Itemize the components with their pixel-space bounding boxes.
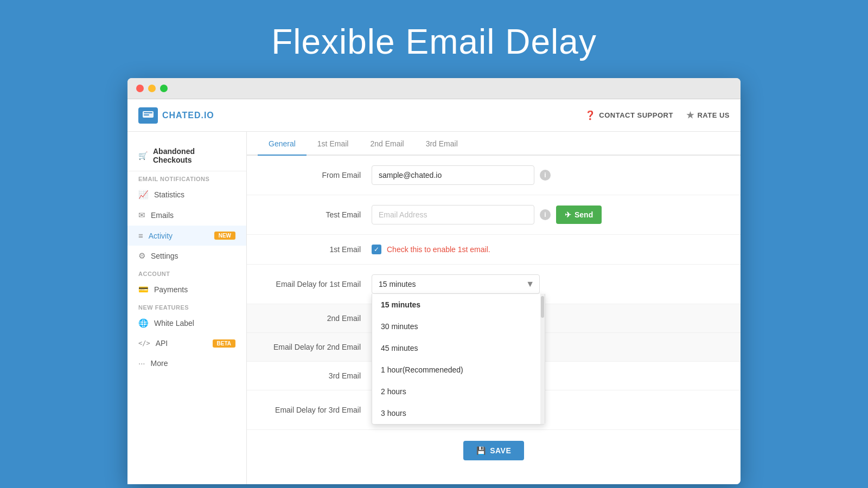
payments-icon: 💳 <box>138 285 149 294</box>
save-icon: 💾 <box>476 446 486 455</box>
more-icon: ··· <box>138 358 145 368</box>
logo-area: CHATED.IO <box>138 107 585 124</box>
first-email-label: 1st Email <box>263 245 372 254</box>
close-button[interactable] <box>136 85 144 92</box>
second-email-label: 2nd Email <box>263 314 372 323</box>
statistics-label: Statistics <box>154 190 184 199</box>
minimize-button[interactable] <box>148 85 156 92</box>
tab-1st-email[interactable]: 1st Email <box>307 132 360 156</box>
contact-support-button[interactable]: ❓ CONTACT SUPPORT <box>585 110 673 120</box>
maximize-button[interactable] <box>160 85 168 92</box>
email-delay-1st-select-wrap: 15 minutes ▼ 15 minutes 30 minutes 45 mi… <box>372 274 540 294</box>
email-delay-3rd-label: Email Delay for 3rd Email <box>263 406 372 414</box>
send-label: Send <box>575 210 593 219</box>
sidebar-item-whitelabel[interactable]: 🌐 White Label <box>127 313 246 333</box>
help-icon: ❓ <box>585 110 596 120</box>
third-email-label: 3rd Email <box>263 371 372 380</box>
test-email-row: Test Email i ✈ Send <box>247 195 741 235</box>
payments-label: Payments <box>154 285 188 294</box>
first-email-field-wrap: ✓ Check this to enable 1st email. <box>372 245 724 254</box>
test-email-label: Test Email <box>263 210 372 219</box>
title-bar <box>127 78 741 99</box>
sidebar-item-activity[interactable]: ≡ Activity New <box>127 226 246 246</box>
email-delay-1st-row: Email Delay for 1st Email 15 minutes ▼ 1… <box>247 265 741 304</box>
whitelabel-label: White Label <box>154 319 194 328</box>
first-email-checkbox[interactable]: ✓ <box>372 245 381 254</box>
from-email-label: From Email <box>263 171 372 179</box>
sidebar-item-settings[interactable]: ⚙ Settings <box>127 246 246 266</box>
sidebar-item-more[interactable]: ··· More <box>127 353 246 373</box>
account-header: Account <box>127 266 246 279</box>
test-email-input[interactable] <box>372 205 534 224</box>
hero-title: Flexible Email Delay <box>0 0 868 78</box>
more-label: More <box>151 359 168 368</box>
settings-icon: ⚙ <box>138 251 145 261</box>
dropdown-option-45min[interactable]: 45 minutes <box>372 337 545 359</box>
whitelabel-icon: 🌐 <box>138 318 149 328</box>
save-label: SAVE <box>490 446 511 455</box>
api-beta-badge: Beta <box>213 339 235 348</box>
tab-bar: General 1st Email 2nd Email 3rd Email <box>247 132 741 156</box>
api-label: API <box>156 339 168 348</box>
email-delay-2nd-label: Email Delay for 2nd Email <box>263 343 372 351</box>
sidebar-item-payments[interactable]: 💳 Payments <box>127 279 246 300</box>
dropdown-option-2hours[interactable]: 2 hours <box>372 381 545 402</box>
svg-rect-1 <box>144 112 152 113</box>
activity-icon: ≡ <box>138 231 143 240</box>
from-email-field-wrap: i <box>372 165 724 185</box>
top-nav: CHATED.IO ❓ CONTACT SUPPORT ★ RATE US <box>127 99 741 132</box>
activity-new-badge: New <box>214 232 235 240</box>
first-email-row: 1st Email ✓ Check this to enable 1st ema… <box>247 235 741 265</box>
email-delay-1st-select[interactable]: 15 minutes <box>372 274 540 294</box>
email-icon: ✉ <box>138 210 145 220</box>
dropdown-option-15min[interactable]: 15 minutes <box>372 294 545 316</box>
abandoned-checkouts-label: Abandoned Checkouts <box>153 147 235 164</box>
rate-us-button[interactable]: ★ RATE US <box>686 110 730 120</box>
content-area: General 1st Email 2nd Email 3rd Email Fr… <box>247 132 741 484</box>
logo-icon <box>138 107 158 124</box>
from-email-row: From Email i <box>247 156 741 195</box>
statistics-icon: 📈 <box>138 190 149 200</box>
email-delay-dropdown-list: 15 minutes 30 minutes 45 minutes 1 hour(… <box>372 294 545 425</box>
dropdown-scroll-thumb <box>541 296 544 318</box>
save-button[interactable]: 💾 SAVE <box>463 441 525 460</box>
tab-2nd-email[interactable]: 2nd Email <box>359 132 414 156</box>
dropdown-scrollbar[interactable] <box>540 294 545 424</box>
send-button[interactable]: ✈ Send <box>556 206 602 224</box>
sidebar-item-api[interactable]: </> API Beta <box>127 333 246 353</box>
sidebar-item-abandoned-checkouts[interactable]: 🛒 Abandoned Checkouts <box>127 140 246 171</box>
emails-label: Emails <box>151 211 174 220</box>
test-email-field-wrap: i ✈ Send <box>372 205 724 224</box>
email-notifications-header: Email Notifications <box>127 171 246 184</box>
sidebar-item-emails[interactable]: ✉ Emails <box>127 205 246 226</box>
first-email-checkbox-wrap: ✓ Check this to enable 1st email. <box>372 245 490 254</box>
from-email-input[interactable] <box>372 165 534 185</box>
dropdown-option-3hours[interactable]: 3 hours <box>372 402 545 424</box>
activity-label: Activity <box>149 232 173 240</box>
test-email-info-icon[interactable]: i <box>540 209 551 220</box>
rate-us-label: RATE US <box>697 111 730 119</box>
api-icon: </> <box>138 339 150 347</box>
settings-label: Settings <box>151 252 178 260</box>
dropdown-option-1hour[interactable]: 1 hour(Recommeneded) <box>372 359 545 381</box>
cart-icon: 🛒 <box>138 151 148 160</box>
star-icon: ★ <box>686 110 694 120</box>
tab-general[interactable]: General <box>258 132 307 156</box>
main-body: 🛒 Abandoned Checkouts Email Notification… <box>127 132 741 484</box>
from-email-info-icon[interactable]: i <box>540 170 551 181</box>
email-delay-1st-label: Email Delay for 1st Email <box>263 280 372 288</box>
save-row: 💾 SAVE <box>247 430 741 471</box>
nav-actions: ❓ CONTACT SUPPORT ★ RATE US <box>585 110 730 120</box>
sidebar-item-statistics[interactable]: 📈 Statistics <box>127 184 246 205</box>
svg-rect-2 <box>144 114 149 115</box>
send-icon: ✈ <box>565 210 571 219</box>
new-features-header: New Features <box>127 300 246 313</box>
sidebar: 🛒 Abandoned Checkouts Email Notification… <box>127 132 247 484</box>
tab-3rd-email[interactable]: 3rd Email <box>415 132 469 156</box>
contact-support-label: CONTACT SUPPORT <box>599 111 673 119</box>
app-container: CHATED.IO ❓ CONTACT SUPPORT ★ RATE US 🛒 … <box>127 99 741 484</box>
browser-window: CHATED.IO ❓ CONTACT SUPPORT ★ RATE US 🛒 … <box>127 78 741 484</box>
dropdown-option-30min[interactable]: 30 minutes <box>372 316 545 337</box>
logo-text: CHATED.IO <box>162 111 214 120</box>
form-content: From Email i Test Email i <box>247 156 741 471</box>
